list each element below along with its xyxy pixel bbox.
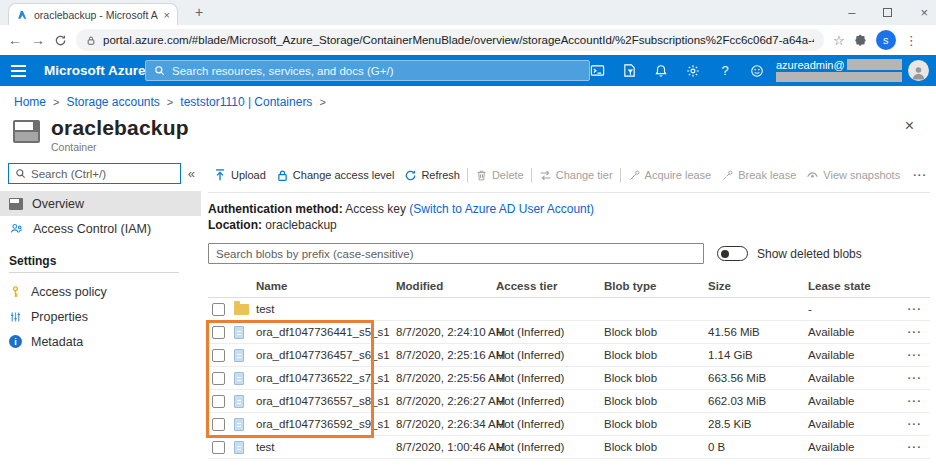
blade-sidebar: « Overview Access Control (IAM) Settings… [0, 161, 201, 466]
blob-name-link[interactable]: ora_df1047736441_s5_s1 [256, 326, 396, 338]
row-menu-button[interactable]: ··· [902, 326, 930, 338]
location-label: Location: [208, 218, 262, 232]
toolbar-more-button[interactable]: ··· [905, 169, 935, 181]
azure-topbar: Microsoft Azure ? [0, 55, 936, 86]
user-avatar-icon[interactable] [908, 60, 929, 81]
table-row[interactable]: ora_df1047736557_s8_s1 8/7/2020, 2:26:27… [208, 390, 930, 413]
settings-gear-icon[interactable] [677, 64, 709, 78]
change-access-level-button[interactable]: Change access level [271, 169, 400, 182]
table-row[interactable]: ora_df1047736457_s6_s1 8/7/2020, 2:25:16… [208, 344, 930, 367]
table-row[interactable]: ora_df1047736592_s9_s1 8/7/2020, 2:26:34… [208, 413, 930, 436]
row-checkbox[interactable] [212, 372, 225, 385]
cell-access-tier: Hot (Inferred) [496, 395, 604, 407]
change-tier-button[interactable]: Change tier [534, 169, 618, 182]
page-title: oraclebackup [51, 116, 189, 140]
table-row[interactable]: test - ··· [208, 298, 930, 321]
row-checkbox[interactable] [212, 326, 225, 339]
global-search-input[interactable] [172, 65, 581, 77]
blob-name-link[interactable]: ora_df1047736522_s7_s1 [256, 372, 396, 384]
cloud-shell-icon[interactable] [581, 63, 613, 78]
refresh-button[interactable]: Refresh [399, 169, 465, 182]
cell-access-tier: Hot (Inferred) [496, 349, 604, 361]
new-tab-button[interactable]: + [190, 4, 208, 20]
browser-menu-kebab-icon[interactable]: ⋮ [905, 33, 918, 48]
blob-file-icon [234, 326, 244, 339]
row-checkbox[interactable] [212, 441, 225, 454]
row-checkbox[interactable] [212, 418, 225, 431]
row-checkbox[interactable] [212, 395, 225, 408]
tab-close-icon[interactable]: × [164, 9, 170, 21]
row-menu-button[interactable]: ··· [902, 303, 930, 315]
row-checkbox[interactable] [212, 303, 225, 316]
row-menu-button[interactable]: ··· [902, 372, 930, 384]
hamburger-menu-icon[interactable] [0, 65, 36, 77]
table-row[interactable]: ora_df1047736522_s7_s1 8/7/2020, 2:25:56… [208, 367, 930, 390]
blob-name-link[interactable]: ora_df1047736457_s6_s1 [256, 349, 396, 361]
sidebar-search-input[interactable] [31, 168, 174, 180]
blob-name-link[interactable]: ora_df1047736557_s8_s1 [256, 395, 396, 407]
window-maximize-icon[interactable] [883, 8, 892, 17]
blob-prefix-search-input[interactable] [208, 243, 704, 264]
page-subtitle: Container [51, 141, 189, 153]
blob-name-link[interactable]: test [256, 303, 396, 315]
collapse-sidebar-icon[interactable]: « [188, 166, 195, 181]
address-bar[interactable]: portal.azure.com/#blade/Microsoft_Azure_… [76, 29, 824, 51]
row-menu-button[interactable]: ··· [902, 441, 930, 453]
back-icon[interactable]: ← [8, 32, 22, 48]
switch-auth-link[interactable]: (Switch to Azure AD User Account) [409, 202, 594, 216]
column-header-name: Name [256, 280, 396, 292]
sidebar-item-access-policy[interactable]: Access policy [0, 279, 201, 304]
sidebar-item-overview[interactable]: Overview [0, 191, 201, 216]
window-close-icon[interactable]: × [920, 5, 928, 20]
azure-brand[interactable]: Microsoft Azure [44, 63, 146, 78]
reload-icon[interactable] [54, 34, 67, 47]
table-row[interactable]: ora_df1047736441_s5_s1 8/7/2020, 2:24:10… [208, 321, 930, 344]
cell-size: 41.56 MiB [708, 326, 808, 338]
help-icon[interactable]: ? [709, 63, 741, 78]
break-lease-button[interactable]: Break lease [716, 169, 801, 182]
sidebar-item-metadata[interactable]: i Metadata [0, 329, 201, 354]
row-menu-button[interactable]: ··· [902, 349, 930, 361]
blob-file-icon [234, 441, 244, 454]
blob-name-link[interactable]: ora_df1047736592_s9_s1 [256, 418, 396, 430]
acquire-lease-button[interactable]: Acquire lease [623, 169, 717, 182]
info-icon: i [9, 335, 22, 348]
sidebar-item-access-control[interactable]: Access Control (IAM) [0, 216, 201, 241]
cell-access-tier: Hot (Inferred) [496, 326, 604, 338]
account-menu[interactable]: azureadmin@ [776, 58, 902, 83]
cell-size: 28.5 KiB [708, 418, 808, 430]
global-search-box[interactable] [145, 60, 590, 81]
sidebar-item-properties[interactable]: Properties [0, 304, 201, 329]
sidebar-search-box[interactable] [8, 163, 181, 184]
row-checkbox[interactable] [212, 349, 225, 362]
show-deleted-blobs-toggle[interactable] [717, 246, 748, 261]
blade-close-icon[interactable]: × [905, 117, 914, 135]
folder-icon [234, 304, 249, 315]
blob-name-link[interactable]: test [256, 441, 396, 453]
browser-profile-avatar[interactable]: s [876, 30, 896, 50]
view-snapshots-button[interactable]: View snapshots [801, 169, 905, 182]
browser-tab[interactable]: oraclebackup - Microsoft Azure × [8, 3, 178, 25]
upload-button[interactable]: Upload [208, 168, 271, 182]
breadcrumb-storage-accounts[interactable]: Storage accounts [66, 95, 159, 109]
window-minimize-icon[interactable]: – [848, 5, 855, 20]
forward-icon[interactable]: → [31, 32, 45, 48]
container-icon [13, 120, 40, 143]
row-menu-button[interactable]: ··· [902, 418, 930, 430]
azure-portal-window: oraclebackup - Microsoft Azure × + – × ←… [0, 0, 936, 466]
breadcrumb-containers[interactable]: teststor1110 | Containers [180, 95, 312, 109]
feedback-smiley-icon[interactable] [741, 64, 773, 78]
table-row[interactable]: test 8/7/2020, 1:00:46 AM Hot (Inferred)… [208, 436, 930, 459]
delete-button[interactable]: Delete [470, 169, 529, 182]
cell-access-tier: Hot (Inferred) [496, 418, 604, 430]
cell-modified: 8/7/2020, 2:25:56 AM [396, 372, 496, 384]
bookmark-star-icon[interactable]: ☆ [833, 33, 845, 48]
breadcrumb-home[interactable]: Home [14, 95, 46, 109]
notifications-bell-icon[interactable] [645, 64, 677, 78]
key-icon [9, 285, 22, 299]
row-menu-button[interactable]: ··· [902, 395, 930, 407]
breadcrumb-separator: > [53, 96, 59, 108]
cell-size: 0 B [708, 441, 808, 453]
extensions-puzzle-icon[interactable] [854, 34, 867, 47]
directory-filter-icon[interactable] [613, 63, 645, 78]
